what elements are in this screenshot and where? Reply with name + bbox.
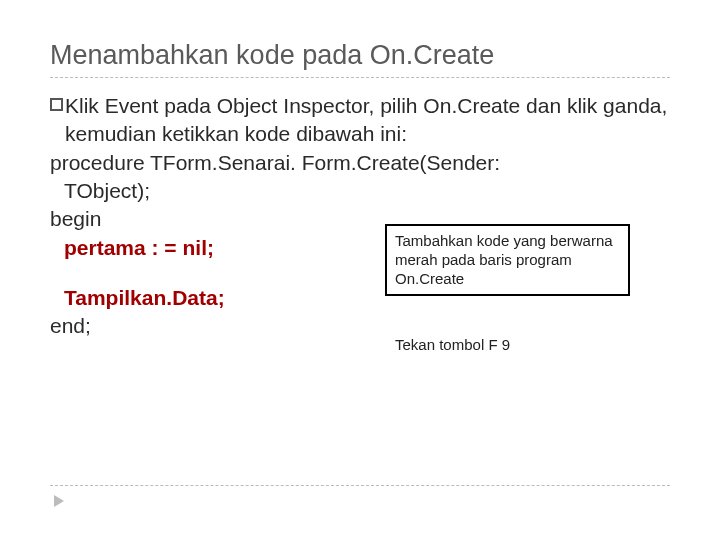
f9-note: Tekan tombol F 9 — [395, 336, 510, 353]
intro-rest: Event pada Object Inspector, pilih On.Cr… — [65, 94, 667, 145]
footer-divider — [50, 485, 670, 486]
slide-body: Klik Event pada Object Inspector, pilih … — [50, 92, 670, 341]
play-icon — [54, 495, 64, 507]
code-proc-line1: procedure TForm.Senarai. Form.Create(Sen… — [50, 149, 670, 177]
intro-prefix: Klik — [65, 94, 99, 117]
callout-box: Tambahkan kode yang berwarna merah pada … — [385, 224, 630, 296]
intro-paragraph: Klik Event pada Object Inspector, pilih … — [65, 92, 670, 149]
code-proc-line2: TObject); — [64, 177, 670, 205]
title-divider — [50, 77, 670, 78]
slide-title: Menambahkan kode pada On.Create — [50, 40, 670, 71]
square-bullet-icon — [50, 98, 63, 111]
code-end: end; — [50, 312, 670, 340]
